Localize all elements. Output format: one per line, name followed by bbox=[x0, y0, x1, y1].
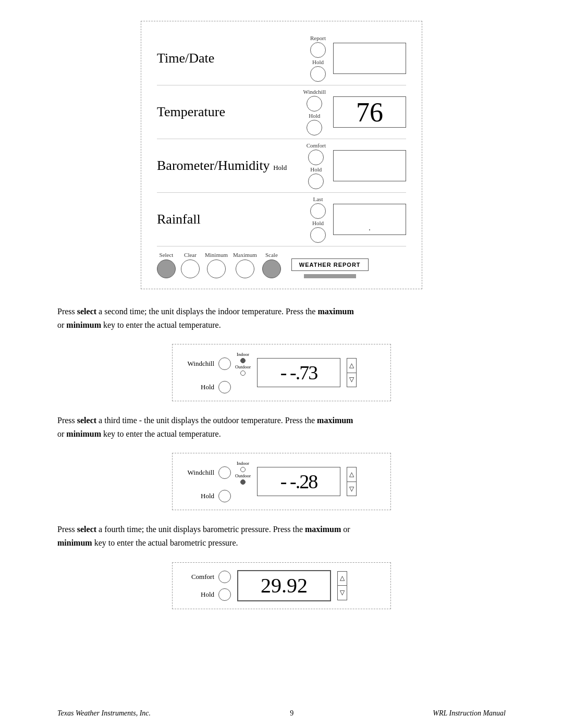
rainfall-btn-group: Last Hold bbox=[310, 196, 326, 243]
minimum-btn[interactable] bbox=[207, 260, 226, 278]
diagram-1-windchill-label: Windchill bbox=[183, 360, 214, 368]
bottom-controls-row: Select Clear Minimum Maximum Scale WEATH… bbox=[157, 246, 406, 278]
prose-3-text2: a fourth time; the unit displays baromet… bbox=[96, 525, 305, 534]
hold-label-4: Hold bbox=[312, 220, 324, 226]
diagram-1-up-arrow[interactable]: △ bbox=[347, 359, 356, 373]
time-date-btn-group: Report Hold bbox=[310, 35, 326, 82]
diagram-2-hold-btn[interactable] bbox=[218, 490, 231, 502]
diagram-3-display: 29.92 bbox=[237, 570, 331, 601]
prose-2-text2: a third time - the unit displays the out… bbox=[96, 416, 317, 425]
maximum-btn[interactable] bbox=[236, 260, 254, 278]
outdoor-label-2: Outdoor bbox=[235, 473, 251, 478]
windchill-label: Windchill bbox=[303, 89, 326, 95]
hold-btn-2[interactable] bbox=[307, 120, 322, 135]
prose-2-text1: Press bbox=[57, 416, 77, 425]
clear-label: Clear bbox=[184, 252, 197, 258]
diagram-1-down-arrow[interactable]: ▽ bbox=[347, 373, 356, 387]
diagram-2-down-arrow[interactable]: ▽ bbox=[347, 482, 356, 496]
barometer-btn-group: Comfort Hold bbox=[307, 142, 326, 189]
scale-label: Scale bbox=[265, 252, 278, 258]
hold-label-1: Hold bbox=[312, 59, 324, 65]
barometer-label: Barometer/Humidity Hold bbox=[157, 158, 307, 174]
top-device-diagram: Time/Date Report Hold Temperature Windch… bbox=[141, 21, 422, 289]
prose-1-text1: Press bbox=[57, 307, 77, 316]
diagram-3-down-arrow[interactable]: ▽ bbox=[338, 586, 347, 600]
report-btn[interactable] bbox=[310, 42, 326, 58]
diagram-3: Comfort Hold 29.92 △ ▽ bbox=[172, 562, 391, 609]
time-date-labels: Time/Date bbox=[157, 51, 310, 66]
diagram-1-hold-label: Hold bbox=[183, 383, 214, 391]
time-date-display bbox=[333, 43, 406, 74]
indoor-label-2: Indoor bbox=[237, 461, 249, 466]
report-label: Report bbox=[310, 35, 326, 41]
outdoor-label-1: Outdoor bbox=[235, 364, 251, 369]
prose-2-bold2: maximum bbox=[317, 416, 353, 425]
diagram-3-comfort-btn[interactable] bbox=[218, 571, 231, 583]
last-btn[interactable] bbox=[310, 203, 326, 219]
hold-btn-4[interactable] bbox=[310, 227, 326, 243]
diagram-1: Windchill Indoor Outdoor Hold - -.73 △ ▽ bbox=[172, 344, 391, 401]
diagram-2-up-arrow[interactable]: △ bbox=[347, 467, 356, 482]
prose-2-bold1: select bbox=[77, 416, 96, 425]
prose-3-text4: key to enter the actual barometric press… bbox=[92, 538, 238, 547]
diagram-1-hold-btn[interactable] bbox=[218, 381, 231, 393]
diagram-3-hold-row: Hold bbox=[183, 588, 231, 601]
diagram-3-hold-label: Hold bbox=[183, 590, 214, 599]
maximum-btn-item: Maximum bbox=[233, 252, 257, 278]
clear-btn[interactable] bbox=[181, 260, 200, 278]
prose-1: Press select a second time; the unit dis… bbox=[57, 305, 506, 331]
barometer-labels: Barometer/Humidity Hold bbox=[157, 158, 307, 174]
prose-1-bold1: select bbox=[77, 307, 96, 316]
diagram-2-windchill-label: Windchill bbox=[183, 468, 214, 477]
diagram-2-windchill-btn[interactable] bbox=[218, 466, 231, 479]
comfort-btn[interactable] bbox=[308, 150, 324, 165]
rainfall-dot: . bbox=[369, 224, 371, 232]
diagram-2-windchill-row: Windchill Indoor Outdoor bbox=[183, 461, 251, 485]
footer: Texas Weather Instruments, Inc. 9 WRL In… bbox=[57, 694, 506, 718]
diagram-3-up-arrow[interactable]: △ bbox=[338, 572, 347, 586]
weather-report-btn[interactable]: WEATHER REPORT bbox=[291, 258, 369, 271]
weather-report-box: WEATHER REPORT bbox=[291, 258, 369, 278]
hold-btn-1[interactable] bbox=[310, 66, 326, 82]
barometer-display bbox=[333, 150, 406, 181]
rainfall-display: . bbox=[333, 204, 406, 235]
minimum-label: Minimum bbox=[205, 252, 228, 258]
clear-btn-item: Clear bbox=[181, 252, 200, 278]
diagram-2-display: - -.28 bbox=[257, 467, 340, 496]
time-date-label: Time/Date bbox=[157, 51, 310, 66]
diagram-2-hold-label: Hold bbox=[183, 492, 214, 500]
prose-3-bold2: maximum bbox=[305, 525, 341, 534]
hold-btn-3[interactable] bbox=[308, 174, 324, 189]
select-btn[interactable] bbox=[157, 260, 176, 278]
last-label: Last bbox=[313, 196, 323, 202]
prose-3: Press select a fourth time; the unit dis… bbox=[57, 523, 506, 549]
diagram-2-indicators: Indoor Outdoor bbox=[235, 461, 251, 485]
diagram-3-hold-btn[interactable] bbox=[218, 588, 231, 601]
windchill-btn[interactable] bbox=[307, 96, 322, 112]
diagram-3-arrows: △ ▽ bbox=[337, 571, 347, 600]
diagram-2: Windchill Indoor Outdoor Hold - -.28 △ ▽ bbox=[172, 453, 391, 510]
maximum-label: Maximum bbox=[233, 252, 257, 258]
prose-1-bold3: minimum bbox=[66, 320, 101, 329]
diagram-1-windchill-row: Windchill Indoor Outdoor bbox=[183, 352, 251, 376]
diagram-2-hold-row: Hold bbox=[183, 490, 251, 502]
minimum-btn-item: Minimum bbox=[205, 252, 228, 278]
temperature-display: 76 bbox=[333, 96, 406, 128]
scale-btn[interactable] bbox=[262, 260, 281, 278]
temperature-row: Temperature Windchill Hold 76 bbox=[157, 85, 406, 139]
prose-3-text1: Press bbox=[57, 525, 77, 534]
comfort-label: Comfort bbox=[307, 142, 326, 149]
outdoor-dot-1 bbox=[240, 371, 246, 376]
time-date-row: Time/Date Report Hold bbox=[157, 32, 406, 85]
bottom-button-group: Select Clear Minimum Maximum Scale bbox=[157, 252, 281, 278]
diagram-1-indicators: Indoor Outdoor bbox=[235, 352, 251, 376]
indoor-label-1: Indoor bbox=[237, 352, 249, 357]
prose-2-text3: or bbox=[57, 429, 66, 438]
indoor-dot-1 bbox=[240, 358, 246, 363]
hold-label-2: Hold bbox=[309, 113, 320, 119]
diagram-1-display: - -.73 bbox=[257, 358, 340, 387]
barometer-row: Barometer/Humidity Hold Comfort Hold bbox=[157, 139, 406, 193]
footer-company: Texas Weather Instruments, Inc. bbox=[57, 709, 151, 718]
prose-1-bold2: maximum bbox=[317, 307, 353, 316]
diagram-1-windchill-btn[interactable] bbox=[218, 357, 231, 370]
